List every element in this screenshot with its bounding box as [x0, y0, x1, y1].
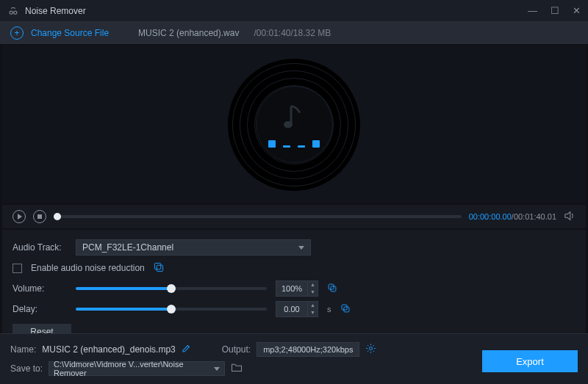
- svg-point-0: [10, 11, 12, 14]
- chevron-down-icon: [214, 367, 220, 371]
- close-icon[interactable]: ✕: [573, 5, 581, 16]
- preview-area: [2, 46, 586, 203]
- output-value: mp3;2;48000Hz;320kbps: [263, 345, 353, 354]
- saveto-label: Save to:: [10, 363, 43, 374]
- play-bar: 00:00:00.00/00:01:40.01: [2, 205, 586, 228]
- volume-sync-icon[interactable]: [327, 283, 337, 295]
- volume-slider[interactable]: [76, 287, 267, 290]
- edit-name-icon[interactable]: [182, 344, 191, 355]
- output-format-box[interactable]: mp3;2;48000Hz;320kbps: [257, 342, 359, 357]
- source-file-meta: /00:01:40/18.32 MB: [254, 28, 331, 38]
- browse-folder-icon[interactable]: [231, 363, 243, 374]
- delay-label: Delay:: [12, 304, 67, 314]
- output-label: Output:: [222, 344, 251, 355]
- svg-point-9: [370, 347, 373, 350]
- volume-value: 100%: [276, 284, 307, 293]
- audio-track-select[interactable]: PCM_F32LE-1Channel: [76, 239, 311, 256]
- delay-value-box[interactable]: 0.00 ▲▼: [276, 301, 318, 317]
- noise-reduction-checkbox[interactable]: [12, 264, 22, 273]
- source-file-name: MUSIC 2 (enhanced).wav: [138, 28, 239, 38]
- chevron-down-icon: [298, 246, 304, 250]
- output-settings-icon[interactable]: [365, 343, 376, 356]
- export-button[interactable]: Export: [482, 350, 578, 372]
- delay-slider[interactable]: [76, 308, 267, 311]
- timeline-slider[interactable]: [54, 215, 462, 218]
- footer: Name: MUSIC 2 (enhanced)_denois.mp3 Outp…: [0, 333, 588, 384]
- window-controls: — ☐ ✕: [528, 5, 581, 16]
- svg-rect-4: [157, 265, 162, 271]
- audio-track-value: PCM_F32LE-1Channel: [82, 242, 173, 253]
- delay-down-icon[interactable]: ▼: [308, 309, 318, 316]
- volume-down-icon[interactable]: ▼: [308, 289, 318, 296]
- play-button[interactable]: [12, 210, 26, 223]
- current-time: 00:00:00.00: [469, 212, 512, 221]
- total-time: /00:01:40.01: [512, 212, 556, 221]
- name-value: MUSIC 2 (enhanced)_denois.mp3: [42, 344, 175, 355]
- volume-value-box[interactable]: 100% ▲▼: [276, 280, 318, 297]
- time-display: 00:00:00.00/00:01:40.01: [469, 212, 556, 221]
- saveto-value: C:\Vidmore\Vidmore V...verter\Noise Remo…: [54, 360, 214, 377]
- name-label: Name:: [10, 344, 36, 355]
- add-source-icon[interactable]: +: [10, 26, 24, 40]
- delay-up-icon[interactable]: ▲: [308, 302, 318, 309]
- app-icon: [7, 5, 19, 17]
- speaker-icon[interactable]: [564, 211, 576, 223]
- delay-sync-icon[interactable]: [340, 303, 351, 316]
- stop-button[interactable]: [33, 210, 46, 223]
- volume-label: Volume:: [12, 283, 67, 294]
- minimize-icon[interactable]: —: [528, 5, 537, 16]
- controls-panel: Audio Track: PCM_F32LE-1Channel Enable a…: [2, 230, 586, 349]
- delay-unit: s: [327, 305, 331, 314]
- app-title: Noise Remover: [25, 6, 528, 16]
- title-bar: Noise Remover — ☐ ✕: [0, 0, 588, 22]
- source-bar: + Change Source File MUSIC 2 (enhanced).…: [0, 22, 588, 44]
- svg-rect-3: [154, 263, 160, 269]
- audio-disc-icon: [228, 59, 360, 191]
- svg-point-1: [14, 11, 17, 14]
- noise-reduction-label[interactable]: Enable audio noise reduction: [31, 263, 145, 273]
- change-source-link[interactable]: Change Source File: [31, 28, 109, 38]
- volume-up-icon[interactable]: ▲: [308, 281, 318, 289]
- maximize-icon[interactable]: ☐: [551, 5, 559, 16]
- delay-value: 0.00: [276, 305, 307, 314]
- info-icon[interactable]: [154, 262, 164, 275]
- saveto-path-box[interactable]: C:\Vidmore\Vidmore V...verter\Noise Remo…: [49, 361, 225, 376]
- audio-track-label: Audio Track:: [12, 242, 67, 253]
